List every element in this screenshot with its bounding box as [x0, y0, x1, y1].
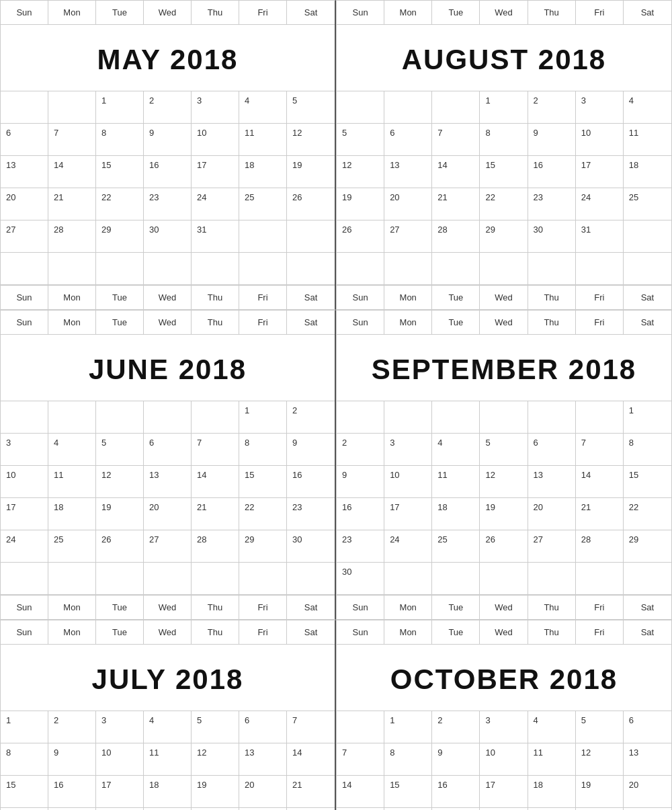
calendar-body: 1234567891011121314151617181920212223242… — [1, 711, 335, 810]
cal-cell: 29 — [96, 220, 144, 253]
cal-cell: 22 — [480, 188, 528, 220]
cal-cell: 19 — [192, 776, 239, 808]
cal-cell — [192, 253, 239, 285]
day-name-mon: Mon — [384, 1, 432, 24]
calendar-body: 1234567891011121314151617181920212223242… — [1, 401, 335, 595]
cal-cell — [144, 253, 192, 285]
calendar-title: OCTOBER 2018 — [343, 663, 665, 696]
cal-cell — [576, 563, 624, 595]
cal-cell: 4 — [48, 434, 96, 466]
day-name-tue: Tue — [96, 311, 144, 334]
cal-cell — [48, 563, 96, 595]
cal-cell: 15 — [239, 466, 287, 498]
cal-cell: 29 — [624, 530, 671, 563]
cal-cell: 23 — [287, 498, 335, 530]
footer-day-name-wed: Wed — [144, 286, 192, 309]
footer-day-name-sun: Sun — [1, 286, 48, 309]
day-name-tue: Tue — [432, 620, 480, 644]
cal-cell — [528, 563, 576, 595]
cal-cell: 8 — [1, 743, 48, 776]
cal-cell: 16 — [287, 466, 335, 498]
cal-cell — [384, 91, 432, 124]
cal-cell: 27 — [384, 220, 432, 253]
footer-day-name-thu: Thu — [528, 286, 576, 309]
cal-cell — [48, 91, 96, 124]
cal-cell: 12 — [337, 156, 384, 188]
day-name-sat: Sat — [624, 1, 671, 24]
cal-cell: 15 — [1, 776, 48, 808]
cal-cell: 2 — [144, 91, 192, 124]
cal-cell: 9 — [48, 743, 96, 776]
cal-cell: 7 — [48, 124, 96, 156]
footer-day-name-fri: Fri — [576, 286, 624, 309]
cal-cell — [432, 253, 480, 285]
cal-cell — [287, 253, 335, 285]
cal-cell: 13 — [1, 156, 48, 188]
cal-cell: 6 — [1, 124, 48, 156]
cal-cell: 20 — [239, 776, 287, 808]
cal-cell: 26 — [480, 530, 528, 563]
footer-day-name-thu: Thu — [192, 596, 239, 619]
calendar-may-2018: SunMonTueWedThuFriSatMAY 2018 1234567891… — [0, 0, 336, 310]
cal-cell: 30 — [528, 220, 576, 253]
day-name-sat: Sat — [287, 620, 335, 644]
cal-cell — [48, 253, 96, 285]
cal-cell: 8 — [624, 434, 671, 466]
cal-cell: 23 — [144, 188, 192, 220]
day-name-fri: Fri — [576, 620, 624, 644]
day-name-mon: Mon — [384, 311, 432, 334]
cal-cell: 19 — [96, 498, 144, 530]
cal-cell: 1 — [624, 401, 671, 434]
cal-cell — [528, 253, 576, 285]
cal-cell — [239, 563, 287, 595]
day-names-header: SunMonTueWedThuFriSat — [337, 620, 671, 645]
cal-cell: 13 — [624, 743, 671, 776]
cal-cell: 1 — [1, 711, 48, 743]
calendar-title-section: SEPTEMBER 2018 — [337, 335, 671, 401]
day-name-sat: Sat — [624, 620, 671, 644]
calendar-title-section: JULY 2018 — [1, 645, 335, 711]
cal-cell: 24 — [384, 530, 432, 563]
footer-day-name-tue: Tue — [96, 286, 144, 309]
cal-cell: 19 — [287, 156, 335, 188]
cal-cell — [287, 563, 335, 595]
cal-cell: 19 — [337, 188, 384, 220]
cal-cell: 5 — [576, 711, 624, 743]
cal-cell: 23 — [528, 188, 576, 220]
cal-cell — [384, 253, 432, 285]
cal-cell — [1, 91, 48, 124]
cal-cell — [96, 401, 144, 434]
day-name-mon: Mon — [48, 620, 96, 644]
day-name-sun: Sun — [337, 620, 384, 644]
cal-cell — [624, 563, 671, 595]
cal-cell: 12 — [480, 466, 528, 498]
cal-cell: 2 — [432, 711, 480, 743]
cal-cell: 16 — [337, 498, 384, 530]
cal-cell: 8 — [480, 124, 528, 156]
cal-cell: 1 — [96, 91, 144, 124]
cal-cell: 2 — [287, 401, 335, 434]
cal-cell: 14 — [576, 466, 624, 498]
cal-cell: 10 — [192, 124, 239, 156]
cal-cell: 15 — [480, 156, 528, 188]
cal-cell: 10 — [1, 466, 48, 498]
cal-cell: 14 — [432, 156, 480, 188]
cal-cell — [239, 220, 287, 253]
cal-cell: 28 — [192, 530, 239, 563]
cal-cell — [432, 563, 480, 595]
day-name-fri: Fri — [239, 620, 287, 644]
cal-cell: 2 — [528, 91, 576, 124]
calendar-august-2018: SunMonTueWedThuFriSatAUGUST 2018 1234567… — [336, 0, 672, 310]
cal-cell: 23 — [337, 530, 384, 563]
day-name-tue: Tue — [96, 1, 144, 24]
cal-cell — [96, 253, 144, 285]
calendar-body: 1234567891011121314151617181920212223242… — [337, 91, 671, 285]
cal-cell: 21 — [48, 188, 96, 220]
cal-cell: 25 — [624, 188, 671, 220]
cal-cell: 14 — [337, 776, 384, 808]
cal-cell: 13 — [384, 156, 432, 188]
cal-cell: 13 — [144, 466, 192, 498]
footer-day-name-sat: Sat — [287, 596, 335, 619]
cal-cell: 20 — [384, 188, 432, 220]
cal-cell: 8 — [96, 124, 144, 156]
